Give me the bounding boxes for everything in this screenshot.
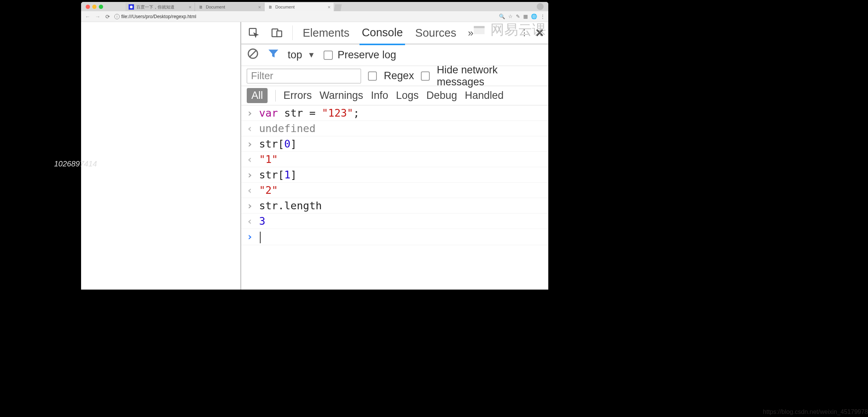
devtools-tab-elements[interactable]: Elements [300,22,352,44]
extension-icon[interactable]: ▦ [523,14,528,19]
prompt-out-icon [246,215,254,227]
console-code: str[1] [259,169,297,181]
extension-icons: 🔍 ☆ ✎ ▦ 🌐 ⋮ [499,14,545,19]
menu-icon[interactable]: ⋮ [540,14,545,19]
filter-funnel-icon[interactable] [268,48,279,62]
console-output-row: "1" [241,152,548,167]
console-output-row: undefined [241,121,548,136]
new-tab-button[interactable] [334,4,342,11]
regex-label: Regex [384,70,414,82]
console-toolbar: top ▼ Preserve log [241,44,548,66]
devtools-tab-console[interactable]: Console [359,22,405,45]
address-bar: ← → ⟳ i file:///Users/pro/Desktop/regexp… [81,11,548,22]
browser-window: 百度一下，你就知道 × 🗎 Document × 🗎 Document × ← … [81,2,548,290]
regex-checkbox[interactable] [368,71,377,81]
browser-tab[interactable]: 百度一下，你就知道 × [125,3,195,11]
watermark-footer: https://blog.csdn.net/weixin_45179978 [763,409,868,415]
console-input[interactable] [259,231,261,243]
device-toolbar-icon[interactable] [269,25,285,41]
close-tab-icon[interactable]: × [188,4,192,10]
svg-rect-4 [277,31,282,37]
tab-title: Document [275,5,295,9]
level-warnings[interactable]: Warnings [320,90,363,102]
filter-input[interactable] [247,69,361,83]
more-tabs-icon[interactable]: » [468,27,473,39]
level-handled[interactable]: Handled [465,90,504,102]
file-icon: 🗎 [268,4,273,10]
hide-network-checkbox[interactable] [421,71,430,81]
console-code: undefined [259,122,315,134]
file-icon: 🗎 [198,4,203,10]
console-filterbar: Regex Hide network messages [241,66,548,86]
console-active-prompt[interactable] [241,229,548,245]
forward-button[interactable]: → [94,14,101,20]
console-code: var str = "123"; [259,107,359,119]
console-input-row: str[1] [241,167,548,183]
context-selector[interactable]: top ▼ [288,49,315,61]
url-text: file:///Users/pro/Desktop/regexp.html [121,14,196,19]
devtools-panel: Elements Console Sources » ⋮ × top ▼ [241,22,548,290]
preserve-log-label: Preserve log [337,49,396,61]
console-levelbar: All Errors Warnings Info Logs Debug Hand… [241,86,548,105]
prompt-in-icon [246,138,254,150]
content-area: 1026897414 Elements Console Sources » ⋮ … [81,22,548,290]
reload-button[interactable]: ⟳ [104,14,111,20]
browser-tab[interactable]: 🗎 Document × [264,3,334,11]
window-controls [84,5,103,9]
close-tab-icon[interactable]: × [258,4,261,10]
close-tab-icon[interactable]: × [327,4,331,10]
svg-line-6 [250,51,256,57]
clear-console-icon[interactable] [247,47,259,63]
console-code: "1" [259,153,278,165]
site-info-icon[interactable]: i [114,14,120,19]
prompt-in-icon [246,107,254,119]
page-viewport: 1026897414 [81,22,241,290]
tab-title: 百度一下，你就知道 [136,4,175,10]
favicon-baidu-icon [129,4,134,10]
close-window-button[interactable] [86,5,90,9]
dropdown-caret-icon: ▼ [308,51,315,59]
hide-network-label: Hide network messages [437,64,543,88]
extension-icon[interactable]: ✎ [516,14,520,19]
maximize-window-button[interactable] [99,5,103,9]
zoom-icon[interactable]: 🔍 [499,14,505,19]
console-output[interactable]: var str = "123";undefinedstr[0]"1"str[1]… [241,105,548,290]
console-code: "2" [259,184,278,196]
devtools-tabbar: Elements Console Sources » ⋮ × [241,22,548,44]
prompt-out-icon [246,184,254,196]
console-input-row: str.length [241,198,548,214]
console-input-row: var str = "123"; [241,105,548,121]
devtools-tab-sources[interactable]: Sources [413,22,458,44]
titlebar: 百度一下，你就知道 × 🗎 Document × 🗎 Document × [81,2,548,11]
browser-tab[interactable]: 🗎 Document × [195,3,264,11]
prompt-in-icon [246,231,254,242]
minimize-window-button[interactable] [92,5,97,9]
console-input-row: str[0] [241,136,548,152]
tab-strip: 百度一下，你就知道 × 🗎 Document × 🗎 Document × [125,2,342,11]
console-output-row: 3 [241,214,548,229]
level-all[interactable]: All [247,88,268,103]
console-code: 3 [259,215,265,227]
inspect-element-icon[interactable] [246,25,261,41]
console-code: str.length [259,200,322,212]
omnibox[interactable]: i file:///Users/pro/Desktop/regexp.html [114,14,496,19]
prompt-out-icon [246,122,254,134]
back-button[interactable]: ← [84,14,91,20]
prompt-out-icon [246,153,254,165]
devtools-close-icon[interactable]: × [536,25,544,41]
devtools-menu-icon[interactable]: ⋮ [520,31,529,34]
console-code: str[0] [259,138,297,150]
level-errors[interactable]: Errors [283,90,312,102]
profile-avatar[interactable] [537,3,544,10]
context-label: top [288,49,302,61]
preserve-log-checkbox[interactable] [324,51,333,60]
bookmark-icon[interactable]: ☆ [508,14,513,19]
tab-title: Document [206,5,225,9]
watermark-text: 1026897414 [54,159,97,168]
level-logs[interactable]: Logs [396,90,419,102]
svg-point-1 [130,6,133,8]
extension-icon[interactable]: 🌐 [531,14,537,19]
level-info[interactable]: Info [371,90,388,102]
level-debug[interactable]: Debug [426,90,457,102]
console-output-row: "2" [241,183,548,198]
